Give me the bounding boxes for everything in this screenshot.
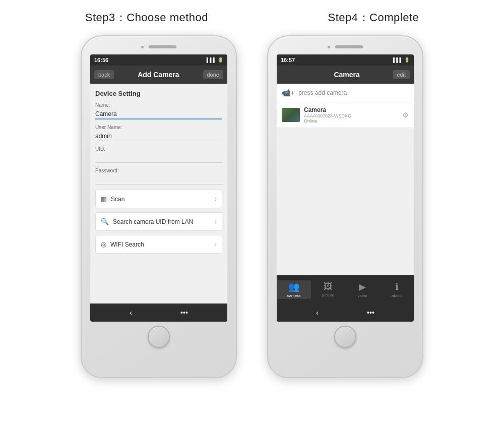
wifi-search-icon: ◎ [101,240,106,248]
camera-uid: AAAA-007028-WSDXG [304,113,398,118]
phone2-battery: 🔋 [404,57,410,63]
scan-icon: ▦ [101,195,107,203]
name-label: Name: [95,102,222,108]
picture-tab-label: picture [322,293,334,297]
phone2-home-button[interactable] [334,326,356,348]
phone2-time: 16:57 [281,57,295,63]
search-lan-icon: 🔍 [101,218,109,225]
camera-info: Camera AAAA-007028-WSDXG Online [304,106,398,124]
uid-label: UID: [95,146,222,152]
phone1-bottom-dots[interactable]: ••• [180,309,188,317]
add-camera-icon: 📹+ [282,89,294,97]
scan-button[interactable]: ▦ Scan › [95,190,222,208]
phone1-status-icons: ▌▌▌ 🔋 [207,57,223,63]
phone2-screen: 16:57 ▌▌▌ 🔋 Camera edit 📹+ press add cam… [277,54,414,322]
about-tab-label: about [392,293,402,298]
phone2-dot [328,46,330,48]
password-label: Password: [95,168,222,173]
search-lan-label: Search camera UID from LAN [113,218,193,225]
phone1-notch [86,42,232,51]
phone2-bottom-dots[interactable]: ••• [367,309,374,317]
name-input[interactable] [95,109,222,119]
video-tab-icon: ▶ [359,281,366,292]
phone2-speaker [335,45,363,48]
tab-picture[interactable]: 🖼 picture [311,281,345,297]
add-camera-label: press add camera [298,89,347,96]
phone2-nav-title: Camera [334,71,359,79]
phone1-signal: ▌▌▌ [207,57,216,63]
uid-input[interactable] [95,153,222,163]
username-label: User Name: [95,125,222,130]
search-lan-chevron: › [215,218,217,225]
wifi-search-chevron: › [215,241,217,248]
username-field: User Name: [95,125,222,141]
camera-tab-label: camera [287,293,301,298]
search-lan-button[interactable]: 🔍 Search camera UID from LAN › [95,212,222,231]
phone1-status-bar: 16:56 ▌▌▌ 🔋 [90,54,227,66]
picture-tab-icon: 🖼 [324,281,333,292]
phone1-home-button[interactable] [148,326,170,348]
camera-thumbnail [282,108,300,122]
phone1-nav-bar: back Add Camera done [90,66,227,84]
phone2-tab-bar: 👥 camera 🖼 picture ▶ video ℹ about [277,275,414,304]
camera-tab-icon: 👥 [288,281,299,292]
phone1: 16:56 ▌▌▌ 🔋 back Add Camera done Device … [81,35,237,378]
phone2-bottom-back[interactable]: ‹ [316,309,319,317]
tab-camera[interactable]: 👥 camera [277,280,311,299]
phone1-screen-content: Device Setting Name: User Name: UID: Pas… [90,84,227,304]
camera-name: Camera [304,106,398,113]
phone2: 16:57 ▌▌▌ 🔋 Camera edit 📹+ press add cam… [267,35,423,378]
uid-field: UID: [95,146,222,163]
tab-video[interactable]: ▶ video [345,281,380,298]
device-setting-title: Device Setting [95,90,222,97]
phone1-bottom [86,326,232,348]
settings-icon[interactable]: ⚙ [402,111,409,119]
name-field: Name: [95,102,222,119]
phones-container: 16:56 ▌▌▌ 🔋 back Add Camera done Device … [81,35,423,378]
wifi-search-label: WIFI Search [110,241,144,248]
phone2-nav-bar: Camera edit [277,66,414,84]
phone1-nav-title: Add Camera [138,71,179,79]
phone2-status-bar: 16:57 ▌▌▌ 🔋 [277,54,414,66]
phone2-edit-button[interactable]: edit [393,70,410,79]
password-input[interactable] [95,175,222,185]
phone1-back-button[interactable]: back [94,70,114,79]
camera-row[interactable]: Camera AAAA-007028-WSDXG Online ⚙ [277,102,414,128]
scan-label: Scan [111,196,124,203]
phone1-screen: 16:56 ▌▌▌ 🔋 back Add Camera done Device … [90,54,227,322]
phone2-bottom-bar: ‹ ••• [277,304,414,322]
phone1-bottom-back[interactable]: ‹ [130,309,132,317]
phone1-battery: 🔋 [218,57,223,63]
username-input[interactable] [95,132,222,141]
phone2-signal: ▌▌▌ [393,57,403,63]
phone1-dot [141,46,144,48]
tab-about[interactable]: ℹ about [380,281,414,298]
phone1-time: 16:56 [94,57,108,63]
phone2-status-icons: ▌▌▌ 🔋 [393,57,410,63]
phone1-done-button[interactable]: done [203,70,223,79]
step4-title: Step4：Complete [328,10,419,25]
phone2-bottom [272,326,418,348]
add-camera-row[interactable]: 📹+ press add camera [277,84,414,102]
password-field: Password: [95,168,222,185]
camera-list-area: 📹+ press add camera Camera AAAA-007028-W… [277,84,414,275]
step3-title: Step3：Choose method [85,10,208,25]
about-tab-icon: ℹ [395,281,399,292]
phone1-speaker [149,45,176,48]
phone1-bottom-bar: ‹ ••• [90,304,227,322]
camera-status: Online [304,118,398,124]
video-tab-label: video [357,293,367,298]
scan-chevron: › [215,196,217,203]
phone2-notch [272,42,418,51]
step-titles: Step3：Choose method Step4：Complete [25,10,479,25]
wifi-search-button[interactable]: ◎ WIFI Search › [95,235,222,254]
